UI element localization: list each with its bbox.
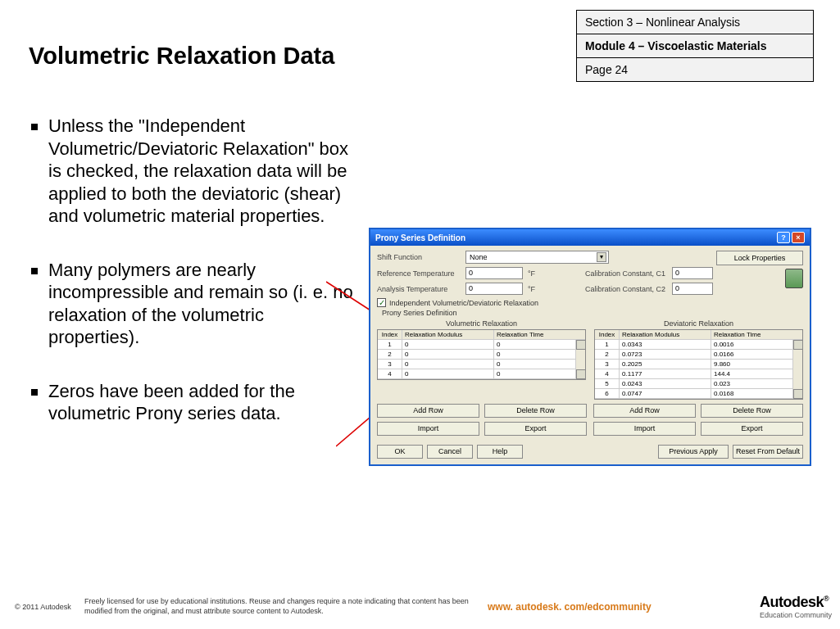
col-modulus: Relaxation Modulus bbox=[620, 330, 711, 339]
deviatoric-table[interactable]: Index Relaxation Modulus Relaxation Time… bbox=[594, 329, 803, 400]
table-row[interactable]: 10.03430.0016 bbox=[595, 340, 802, 350]
cell-time[interactable]: 0.0166 bbox=[711, 350, 802, 359]
unit-label: °F bbox=[528, 285, 543, 293]
edcommunity-link[interactable]: www. autodesk. com/edcommunity bbox=[488, 601, 652, 613]
reference-temp-field[interactable]: 0 bbox=[465, 267, 523, 279]
bullet-text: Many polymers are nearly incompressible … bbox=[48, 259, 359, 349]
lock-properties-button[interactable]: Lock Properties bbox=[716, 251, 803, 265]
lock-icon bbox=[785, 269, 803, 288]
cell-index: 4 bbox=[378, 369, 402, 378]
bullet-text: Unless the "Independent Volumetric/Devia… bbox=[48, 115, 359, 228]
col-index: Index bbox=[378, 330, 402, 339]
reference-temp-label: Reference Temperature bbox=[377, 269, 461, 278]
ok-button[interactable]: OK bbox=[377, 445, 423, 459]
help-icon[interactable]: ? bbox=[777, 232, 790, 243]
cell-index: 4 bbox=[595, 369, 620, 378]
cell-index: 3 bbox=[595, 360, 620, 369]
info-page: Page 24 bbox=[577, 58, 813, 81]
prony-series-label: Prony Series Definition bbox=[382, 309, 803, 317]
c2-field[interactable]: 0 bbox=[672, 283, 713, 295]
bullet-item: Unless the "Independent Volumetric/Devia… bbox=[31, 115, 359, 228]
cell-modulus[interactable]: 0.1177 bbox=[620, 369, 711, 378]
chevron-down-icon[interactable]: ▾ bbox=[597, 252, 606, 262]
bullet-list: Unless the "Independent Volumetric/Devia… bbox=[31, 115, 359, 456]
analysis-temp-label: Analysis Temperature bbox=[377, 285, 461, 293]
cell-modulus[interactable]: 0 bbox=[402, 340, 494, 349]
scrollbar[interactable] bbox=[575, 340, 585, 379]
bullet-item: Zeros have been added for the volumetric… bbox=[31, 380, 359, 425]
license-text: Freely licensed for use by educational i… bbox=[84, 597, 478, 616]
col-time: Relaxation Time bbox=[494, 330, 585, 339]
import-button[interactable]: Import bbox=[377, 422, 479, 436]
cell-index: 5 bbox=[595, 379, 620, 388]
shift-function-select[interactable]: None ▾ bbox=[465, 251, 609, 264]
info-box: Section 3 – Nonlinear Analysis Module 4 … bbox=[576, 10, 814, 82]
bullet-marker bbox=[31, 268, 38, 274]
cell-index: 2 bbox=[595, 350, 620, 359]
volumetric-table-title: Volumetric Relaxation bbox=[377, 319, 586, 328]
close-icon[interactable]: × bbox=[792, 232, 805, 243]
shift-function-label: Shift Function bbox=[377, 253, 461, 261]
bullet-marker bbox=[31, 389, 38, 396]
table-row[interactable]: 100 bbox=[378, 340, 585, 350]
table-row[interactable]: 30.20259.860 bbox=[595, 360, 802, 369]
cell-modulus[interactable]: 0 bbox=[402, 369, 494, 378]
bullet-marker bbox=[31, 124, 38, 130]
cell-modulus[interactable]: 0.0243 bbox=[620, 379, 711, 388]
brand-name: Autodesk bbox=[760, 594, 824, 610]
brand-subtitle: Education Community bbox=[760, 611, 832, 619]
scrollbar[interactable] bbox=[792, 340, 802, 399]
unit-label: °F bbox=[528, 269, 543, 278]
add-row-button[interactable]: Add Row bbox=[377, 404, 479, 418]
cancel-button[interactable]: Cancel bbox=[427, 445, 473, 459]
info-section: Section 3 – Nonlinear Analysis bbox=[577, 11, 813, 34]
cell-time[interactable]: 0 bbox=[494, 350, 585, 359]
cell-modulus[interactable]: 0 bbox=[402, 350, 494, 359]
checkbox-label: Independent Volumetric/Deviatoric Relaxa… bbox=[389, 299, 538, 307]
cell-index: 2 bbox=[378, 350, 402, 359]
cell-time[interactable]: 0.0016 bbox=[711, 340, 802, 349]
page-title: Volumetric Relaxation Data bbox=[29, 43, 334, 70]
cell-time[interactable]: 0 bbox=[494, 360, 585, 369]
independent-relaxation-checkbox[interactable]: ✓ bbox=[377, 298, 386, 307]
c1-field[interactable]: 0 bbox=[672, 267, 713, 279]
delete-row-button[interactable]: Delete Row bbox=[701, 404, 803, 418]
table-row[interactable]: 300 bbox=[378, 360, 585, 369]
cell-time[interactable]: 144.4 bbox=[711, 369, 802, 378]
add-row-button[interactable]: Add Row bbox=[593, 404, 696, 418]
cell-time[interactable]: 0.0168 bbox=[711, 389, 802, 398]
cell-time[interactable]: 0 bbox=[494, 340, 585, 349]
shift-function-value: None bbox=[470, 253, 488, 261]
cell-modulus[interactable]: 0.0723 bbox=[620, 350, 711, 359]
dialog-titlebar[interactable]: Prony Series Definition ? × bbox=[370, 229, 810, 246]
table-row[interactable]: 20.07230.0166 bbox=[595, 350, 802, 360]
previous-apply-button[interactable]: Previous Apply bbox=[658, 445, 729, 459]
cell-index: 6 bbox=[595, 389, 620, 398]
table-row[interactable]: 200 bbox=[378, 350, 585, 360]
help-button[interactable]: Help bbox=[477, 445, 523, 459]
export-button[interactable]: Export bbox=[701, 422, 803, 436]
import-button[interactable]: Import bbox=[593, 422, 696, 436]
cell-time[interactable]: 0.023 bbox=[711, 379, 802, 388]
table-row[interactable]: 40.1177144.4 bbox=[595, 369, 802, 379]
cell-modulus[interactable]: 0 bbox=[402, 360, 494, 369]
copyright: © 2011 Autodesk bbox=[15, 603, 84, 611]
reset-default-button[interactable]: Reset From Default bbox=[733, 445, 803, 459]
export-button[interactable]: Export bbox=[484, 422, 587, 436]
volumetric-table[interactable]: Index Relaxation Modulus Relaxation Time… bbox=[377, 329, 586, 380]
cell-time[interactable]: 0 bbox=[494, 369, 585, 378]
col-time: Relaxation Time bbox=[711, 330, 802, 339]
cell-time[interactable]: 9.860 bbox=[711, 360, 802, 369]
table-row[interactable]: 400 bbox=[378, 369, 585, 379]
table-row[interactable]: 50.02430.023 bbox=[595, 379, 802, 389]
prony-dialog: Prony Series Definition ? × Lock Propert… bbox=[369, 228, 811, 466]
cell-modulus[interactable]: 0.0747 bbox=[620, 389, 711, 398]
col-modulus: Relaxation Modulus bbox=[402, 330, 494, 339]
delete-row-button[interactable]: Delete Row bbox=[484, 404, 587, 418]
c1-label: Calibration Constant, C1 bbox=[585, 269, 667, 278]
cell-modulus[interactable]: 0.2025 bbox=[620, 360, 711, 369]
cell-index: 3 bbox=[378, 360, 402, 369]
table-row[interactable]: 60.07470.0168 bbox=[595, 389, 802, 399]
cell-modulus[interactable]: 0.0343 bbox=[620, 340, 711, 349]
analysis-temp-field[interactable]: 0 bbox=[465, 283, 523, 295]
